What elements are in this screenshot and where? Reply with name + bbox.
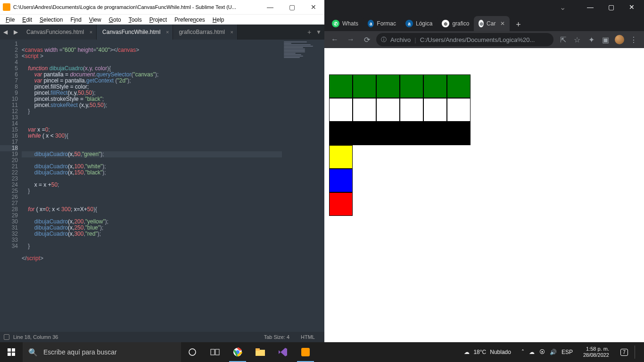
notifications-icon[interactable]: 7 [617,342,632,362]
chrome-tabbar: ✆Whats aFormac aLógica ⊕grafico ⊕Car✕ + [324,14,644,31]
search-placeholder: Escribe aquí para buscar [43,348,117,356]
menu-view[interactable]: View [85,16,105,24]
wifi-icon[interactable]: ⦿ [539,349,545,355]
svg-rect-3 [12,353,15,356]
close-button[interactable]: ✕ [303,0,324,14]
menu-help[interactable]: Help [209,16,228,24]
star-icon[interactable]: ☆ [570,33,584,46]
close-icon[interactable]: × [90,29,92,35]
visualstudio-icon[interactable] [272,342,294,362]
minimize-button[interactable]: — [259,0,281,14]
tab-canvas[interactable]: ⊕Car✕ [474,16,510,31]
chrome-toolbar: ← → ⟳ ⓘ Archivo | C:/Users/Andres/Docume… [324,31,644,48]
sublime-app-icon [3,3,10,11]
avatar[interactable] [613,33,626,46]
weather-widget[interactable]: ☁ 18°C Nublado [459,349,516,355]
taskview-icon[interactable] [204,342,226,362]
menu-file[interactable]: File [2,16,18,24]
minimize-button[interactable]: — [580,0,601,14]
reading-list-icon[interactable]: ▣ [599,33,612,46]
svg-rect-2 [8,353,11,356]
start-button[interactable] [0,342,23,362]
extensions-icon[interactable]: ✦ [585,33,598,46]
tab-formacion[interactable]: aFormac [363,16,401,31]
tab-prev-icon[interactable]: ◀ [0,25,10,40]
new-tab-icon[interactable]: + [307,28,311,36]
share-icon[interactable]: ⇱ [556,33,570,46]
maximize-button[interactable]: ▢ [601,0,621,14]
editor-body: 1234567891011121314151617181920212223242… [0,40,324,332]
chrome-window-controls: ⌄ — ▢ ✕ [324,0,644,14]
syntax-mode[interactable]: HTML [295,334,321,340]
search-icon: 🔍 [28,348,38,357]
chrome-window: ⌄ — ▢ ✕ ✆Whats aFormac aLógica ⊕grafico … [324,0,644,342]
svg-rect-0 [8,348,11,352]
chrome-app-icon[interactable] [226,342,249,362]
chevron-down-icon[interactable]: ⌄ [560,3,566,12]
info-icon[interactable]: ⓘ [381,36,387,44]
line-gutter[interactable]: 1234567891011121314151617181920212223242… [0,40,22,332]
menu-project[interactable]: Project [146,16,171,24]
browser-viewport [324,48,644,342]
tab-graficobarras[interactable]: graficoBarras.html× [173,25,237,40]
tab-next-icon[interactable]: ▶ [10,25,21,40]
sublime-titlebar[interactable]: C:\Users\Andres\Documents\Logica de prog… [0,0,324,14]
alura-icon: a [368,20,374,27]
menu-find[interactable]: Find [66,16,85,24]
menu-tools[interactable]: Tools [125,16,146,24]
reload-button[interactable]: ⟳ [360,33,373,46]
sublime-statusbar: Line 18, Column 36 Tab Size: 4 HTML [0,332,324,342]
clock[interactable]: 1:58 p. m. 28/08/2022 [578,346,614,358]
sidebar-toggle-icon[interactable] [4,334,9,340]
back-button[interactable]: ← [328,33,341,46]
address-bar[interactable]: ⓘ Archivo | C:/Users/Andres/Documents/Lo… [376,33,553,46]
cloud-icon: ☁ [464,349,470,355]
svg-rect-1 [12,348,15,352]
explorer-icon[interactable] [249,342,272,362]
tab-size[interactable]: Tab Size: 4 [258,334,295,340]
menu-goto[interactable]: Goto [105,16,125,24]
menu-icon[interactable]: ⋮ [627,33,640,46]
svg-point-4 [189,349,196,355]
system-tray: ˄ ☁ ⦿ 🔊 ESP [519,349,576,355]
tab-actions: + ▼ [238,25,324,40]
url-text: C:/Users/Andres/Documents/Logica%20... [420,36,535,43]
canvas-output [329,74,471,216]
tab-canvasfunciones[interactable]: CanvasFunciones.html× [21,25,97,40]
language-indicator[interactable]: ESP [561,349,573,355]
tab-logica[interactable]: aLógica [401,16,437,31]
forward-button[interactable]: → [344,33,357,46]
onedrive-icon[interactable]: ☁ [529,349,535,355]
code-editor[interactable]: <canvas width ="600" height="400"></canv… [22,40,282,332]
maximize-button[interactable]: ▢ [281,0,303,14]
sublime-app-icon[interactable] [294,342,317,362]
sublime-menubar: File Edit Selection Find View Goto Tools… [0,14,324,25]
whatsapp-icon: ✆ [332,20,339,27]
close-icon[interactable]: ✕ [500,20,505,27]
volume-icon[interactable]: 🔊 [550,349,557,355]
tab-grafico[interactable]: ⊕grafico [437,16,474,31]
show-desktop[interactable] [635,346,641,359]
chevron-up-icon[interactable]: ˄ [521,349,524,355]
close-icon[interactable]: × [230,29,233,35]
new-tab-button[interactable]: + [512,18,525,31]
svg-rect-5 [211,349,215,355]
sublime-tabbar: ◀ ▶ CanvasFunciones.html× CanvasFuncWhil… [0,25,324,40]
tab-canvasfuncwhile[interactable]: CanvasFuncWhile.html× [97,25,173,40]
tab-whatsapp[interactable]: ✆Whats [327,16,363,31]
globe-icon: ⊕ [442,20,449,27]
cortana-icon[interactable] [181,342,204,362]
svg-rect-6 [215,349,219,355]
close-icon[interactable]: × [166,29,169,35]
minimap[interactable] [282,40,324,332]
tab-nav: ◀ ▶ [0,25,21,40]
close-button[interactable]: ✕ [621,0,642,14]
cursor-position[interactable]: Line 18, Column 36 [13,334,58,340]
taskbar-apps [181,342,317,362]
search-box[interactable]: 🔍 Escribe aquí para buscar [23,342,181,362]
menu-selection[interactable]: Selection [36,16,66,24]
tab-menu-icon[interactable]: ▼ [316,29,322,35]
menu-edit[interactable]: Edit [18,16,36,24]
menu-preferences[interactable]: Preferences [171,16,209,24]
window-title: C:\Users\Andres\Documents\Logica de prog… [13,4,259,10]
